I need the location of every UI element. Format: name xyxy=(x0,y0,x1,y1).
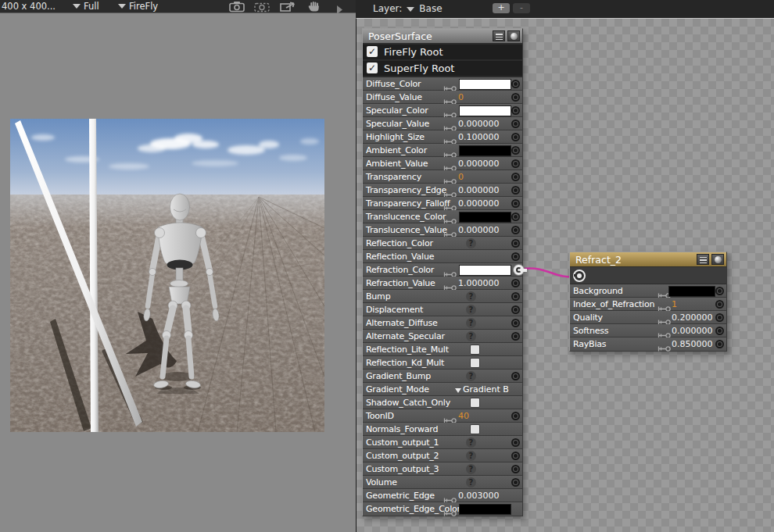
refract-node[interactable]: Refract_2 BackgroundIndex_of_Refraction1… xyxy=(569,252,727,352)
connection-dot[interactable] xyxy=(511,239,520,248)
connection-dot[interactable] xyxy=(511,80,520,88)
list-view-button[interactable] xyxy=(697,254,709,265)
question-badge[interactable]: ? xyxy=(466,451,476,461)
value-field[interactable]: 0 xyxy=(458,92,464,102)
color-swatch[interactable] xyxy=(459,79,511,90)
connection-dot[interactable] xyxy=(715,300,724,309)
connection-dot[interactable] xyxy=(511,212,520,221)
value-field[interactable]: 0.000000 xyxy=(458,225,500,235)
value-field[interactable]: 0.100000 xyxy=(458,132,500,142)
question-badge[interactable]: ? xyxy=(466,371,476,381)
connection-dot[interactable] xyxy=(511,226,520,234)
preview-size-dropdown[interactable]: Full xyxy=(73,1,99,12)
connection-dot[interactable] xyxy=(511,93,520,102)
connection-dot[interactable] xyxy=(511,319,520,327)
property-label: Custom_output_1 xyxy=(366,437,439,448)
preview-sphere-button[interactable] xyxy=(711,254,724,265)
layer-value[interactable]: Base xyxy=(419,3,442,14)
value-field[interactable]: 40 xyxy=(458,411,469,421)
connection-dot[interactable] xyxy=(511,186,520,195)
node-header[interactable]: Refract_2 xyxy=(570,252,726,267)
connection-dot[interactable] xyxy=(511,173,520,181)
value-field[interactable]: 0.003000 xyxy=(458,491,500,501)
pan-hand-icon[interactable] xyxy=(306,1,323,16)
checkbox[interactable] xyxy=(470,398,480,408)
connection-dot[interactable] xyxy=(511,120,520,128)
question-badge[interactable]: ? xyxy=(466,437,476,448)
value-field[interactable]: 0 xyxy=(458,172,464,182)
shader-node-canvas[interactable]: PoserSurface ✓FireFly Root✓SuperFly Root… xyxy=(356,18,774,532)
color-swatch[interactable] xyxy=(459,145,511,156)
connection-dot[interactable] xyxy=(511,106,520,115)
root-checkbox[interactable]: ✓ xyxy=(367,46,378,57)
connection-dot[interactable] xyxy=(511,452,520,460)
question-badge[interactable]: ? xyxy=(466,305,476,315)
connection-dot[interactable] xyxy=(715,287,724,295)
connection-dot[interactable] xyxy=(511,279,520,287)
connection-dot[interactable] xyxy=(511,478,520,487)
value-field[interactable]: 0.850000 xyxy=(672,339,713,349)
connection-dot[interactable] xyxy=(511,133,520,141)
node-title: PoserSurface xyxy=(368,30,432,42)
value-field[interactable]: 0.000000 xyxy=(458,198,500,209)
question-badge[interactable]: ? xyxy=(466,238,476,248)
area-render-camera-icon[interactable] xyxy=(253,1,271,16)
color-swatch[interactable] xyxy=(459,105,511,116)
preview-sphere-button[interactable] xyxy=(507,30,520,41)
resolution-label[interactable]: 400 x 400... xyxy=(2,1,56,12)
value-field[interactable]: 0.000000 xyxy=(458,159,500,169)
poser-surface-node[interactable]: PoserSurface ✓FireFly Root✓SuperFly Root… xyxy=(362,28,523,516)
list-view-button[interactable] xyxy=(493,30,505,41)
connection-dot[interactable] xyxy=(511,252,520,261)
list-icon xyxy=(496,34,503,40)
connection-dot[interactable] xyxy=(511,332,520,341)
checkbox[interactable] xyxy=(470,358,480,368)
connection-dot[interactable] xyxy=(511,146,520,155)
root-checkbox[interactable]: ✓ xyxy=(367,62,378,73)
connection-dot[interactable] xyxy=(715,340,724,348)
property-label: Bump xyxy=(366,291,390,302)
export-icon[interactable] xyxy=(278,1,299,16)
checkbox[interactable] xyxy=(470,424,480,434)
connection-dot[interactable] xyxy=(511,199,520,208)
connection-dot[interactable] xyxy=(715,313,724,322)
chevron-right-icon[interactable] xyxy=(335,2,343,17)
question-badge[interactable]: ? xyxy=(466,477,476,487)
value-field[interactable]: 0.000000 xyxy=(458,185,500,195)
key-icon[interactable] xyxy=(443,505,457,520)
connection-dot[interactable] xyxy=(511,292,520,301)
connection-dot[interactable] xyxy=(511,412,520,420)
value-field[interactable]: 0.200000 xyxy=(672,312,713,323)
property-row-translucence_value: Translucence_Value0.000000 xyxy=(363,223,522,237)
checkbox[interactable] xyxy=(470,345,480,355)
value-field[interactable]: 0.000000 xyxy=(458,119,500,129)
question-badge[interactable]: ? xyxy=(466,318,476,328)
chevron-down-icon[interactable] xyxy=(407,7,414,12)
color-swatch[interactable] xyxy=(459,212,511,223)
connection-dot[interactable] xyxy=(511,438,520,447)
question-badge[interactable]: ? xyxy=(466,291,476,302)
question-badge[interactable]: ? xyxy=(466,464,476,474)
question-badge[interactable]: ? xyxy=(466,331,476,341)
node-header[interactable]: PoserSurface xyxy=(363,29,522,44)
renderer-dropdown[interactable]: FireFly xyxy=(118,1,158,12)
connection-dot[interactable] xyxy=(511,305,520,314)
connection-dot[interactable] xyxy=(511,159,520,168)
value-field[interactable]: 1.000000 xyxy=(458,278,500,288)
value-field[interactable]: 0.000000 xyxy=(672,326,713,336)
property-row-displacement: Displacement? xyxy=(363,303,522,316)
add-layer-button[interactable]: + xyxy=(493,3,510,13)
connected-plug-icon[interactable] xyxy=(513,264,525,276)
camera-icon[interactable] xyxy=(228,1,246,16)
connection-dot[interactable] xyxy=(511,465,520,473)
node-output-connector[interactable] xyxy=(573,270,586,282)
color-swatch[interactable] xyxy=(459,265,511,276)
key-icon[interactable] xyxy=(658,341,671,355)
connection-dot[interactable] xyxy=(511,372,520,380)
remove-layer-button[interactable]: - xyxy=(513,3,530,13)
color-swatch[interactable] xyxy=(459,504,511,515)
dropdown[interactable]: Gradient B xyxy=(455,384,509,395)
connection-dot[interactable] xyxy=(715,327,724,335)
value-field[interactable]: 1 xyxy=(672,299,677,309)
color-swatch[interactable] xyxy=(668,286,715,297)
